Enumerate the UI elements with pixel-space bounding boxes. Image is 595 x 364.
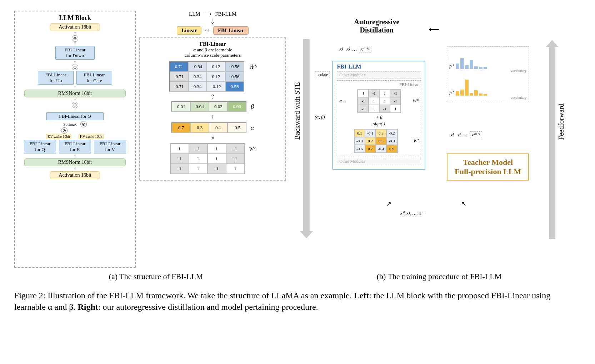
up-arrow-icon: ⇧	[143, 93, 282, 100]
backward-label: Backward with STE	[293, 82, 301, 140]
arrow-icon: ↑	[19, 60, 131, 64]
caption-right-text: : our autoregressive distillation and mo…	[98, 302, 318, 312]
fbillm-label: FBI-LLM	[215, 11, 236, 17]
bars-ps	[456, 51, 487, 69]
fbillm-box: FBI-LLM Other Modules FBI-Linear α × 1-1…	[332, 61, 425, 170]
caption-right-bold: Right	[78, 302, 98, 312]
wf-sym: Wᶠ	[413, 138, 419, 144]
matmul-icon: ⊗	[61, 127, 68, 134]
softmax-label: Softmax	[63, 122, 76, 126]
arrow-icon: ↑	[19, 154, 131, 158]
fbi-down: FBI-Linear for Down	[55, 46, 95, 60]
fbi-k: FBI-Linear for K	[59, 140, 91, 153]
vocab-2: vocabulary	[449, 96, 526, 100]
matrix-beta: 0.010.040.020.06	[171, 101, 246, 112]
caption-body: Illustration of the FBI-LLM framework. W…	[48, 291, 354, 300]
fbi-linear-inner: FBI-Linear α × 1-11-1-111-1-11-11 Wᵇ + β…	[337, 80, 421, 156]
fbillm-title: FBI-LLM	[337, 64, 421, 70]
rmsnorm-2: RMSNorm 16bit	[24, 158, 126, 166]
arrow-icon: ↑	[19, 85, 131, 89]
times-label: ×	[143, 135, 282, 142]
other-modules-2: Other Modules	[337, 158, 421, 165]
vocab-1: vocabulary	[449, 69, 526, 73]
kv-cache-1: KV cache 16bit	[46, 134, 71, 139]
arrow-icon: ↑	[19, 167, 131, 171]
top-sequence: x¹ x² … xᵐ⁺¹	[340, 46, 371, 52]
panel-b: Backward with STE Feedforward Autoregres…	[293, 11, 565, 268]
feedforward-label: Feedforward	[557, 103, 565, 140]
wtb-label: W̃ᵇ	[249, 64, 256, 70]
fbi-gate: FBI-Linear for Gate	[76, 71, 112, 85]
seq-dots: …	[352, 46, 357, 52]
wb-label: Wᵇ	[249, 146, 256, 152]
bseq-x1: x¹	[450, 132, 454, 137]
subcaption-b: (b) The training procedure of FBI-LLM	[298, 272, 581, 281]
fbi-up: FBI-Linear for Up	[38, 71, 74, 85]
plus-label: +	[143, 113, 282, 121]
llm-block-title: LLM Block	[19, 14, 131, 22]
arrow-icon: ↑	[19, 32, 131, 35]
rmsnorm-1: RMSNorm 16bit	[24, 90, 126, 97]
kv-cache-2: KV cache 16bit	[79, 134, 104, 139]
fbi-linear-box: FBI-Linear α and β are learnable column-…	[139, 37, 286, 181]
seq-x1: x¹	[340, 46, 343, 52]
linear-chip: Linear	[177, 26, 201, 35]
activation-bot: Activation 16bit	[50, 171, 100, 179]
llm-label: LLM	[189, 11, 200, 17]
down-arrow-icon: ⇩	[139, 19, 286, 25]
inputs-label: x⁰, x¹, …, xᵐ	[400, 211, 424, 216]
other-modules-1: Other Modules	[337, 71, 421, 79]
matrix-wb: 1-11-1-111-1-11-11	[170, 143, 245, 174]
bseq-x2: x²	[458, 132, 461, 137]
sub-captions: (a) The structure of FBI-LLM (b) The tra…	[14, 272, 581, 281]
plus-beta: + β	[376, 115, 382, 120]
sign-label: sign(·)	[339, 121, 419, 127]
pt-label: pᵀ	[449, 90, 454, 96]
beta-row: 0.010.040.020.06 β	[143, 100, 282, 113]
arrow-icon: ↑	[19, 98, 131, 102]
arrow-icon: ↑	[19, 42, 131, 45]
alpha-row: 0.70.30.1-0.5 α	[143, 121, 282, 135]
feedforward-arrow	[549, 46, 555, 239]
panel-a: LLM Block Activation 16bit ↑ ⊕ ↑ FBI-Lin…	[14, 11, 286, 268]
teacher-box: Teacher Model Full-precision LLM	[447, 153, 529, 181]
fbi-linear-label: FBI-Linear	[339, 82, 419, 87]
arrow-icon: ⟶	[204, 11, 211, 17]
wb-row: 1-11-1-111-1-11-11 Wᵇ	[143, 142, 282, 176]
matrix-wtb: 0.71-0.340.12-0.56-0.710.340.12-0.56-0.7…	[169, 61, 244, 92]
backward-arrow	[303, 39, 310, 232]
fbilinear-chip: FBI-Linear	[213, 26, 249, 35]
autoreg-title: Autoregressive Distillation	[354, 18, 399, 34]
bot-sequence: x¹ x² … xᵐ⁺¹	[450, 132, 482, 138]
llm-block: LLM Block Activation 16bit ↑ ⊕ ↑ FBI-Lin…	[14, 11, 136, 268]
teacher-l1: Teacher Model	[453, 158, 522, 167]
fbi-linear-title: FBI-Linear	[143, 41, 282, 47]
bseq-dots: …	[463, 132, 468, 137]
alpha-label: α	[251, 124, 254, 132]
seq-xm1: xᵐ⁺¹	[359, 46, 371, 52]
seq-x2: x²	[347, 46, 350, 52]
caption-prefix: Figure 2:	[14, 291, 48, 300]
update-label: update	[315, 71, 330, 78]
hadamard-icon: ⊙	[72, 64, 78, 70]
bseq-xm1: xᵐ⁺¹	[470, 131, 482, 138]
distribution-box: pˢ vocabulary pᵀ vocabulary	[447, 46, 529, 102]
arrow-icon: ↖	[461, 200, 466, 208]
beta-label: β	[251, 103, 254, 111]
arrow-icon: ⇨	[205, 27, 210, 34]
arrow-icon: ↑	[19, 108, 131, 112]
fbi-linear-detail: LLM ⟶ FBI-LLM ⇩ Linear ⇨ FBI-Linear FBI-…	[139, 11, 286, 268]
linear-to-fbilinear: Linear ⇨ FBI-Linear	[139, 26, 286, 35]
fbi-o: FBI-Linear for O	[46, 112, 104, 120]
alpha-times: α ×	[339, 98, 346, 104]
matrix-alpha: 0.70.30.1-0.5	[171, 122, 246, 133]
panel-b-inner: Backward with STE Feedforward Autoregres…	[293, 11, 565, 268]
matrix-wb-b: 1-11-1-111-1-11-11	[358, 89, 401, 113]
ps-label: pˢ	[449, 63, 454, 69]
bars-pt	[456, 78, 487, 96]
caption-left-bold: Left	[354, 291, 369, 300]
fbi-q: FBI-Linear for Q	[24, 140, 56, 153]
alpha-beta-pair: (α, β)	[315, 114, 325, 120]
arrow-icon: ↗	[386, 200, 391, 208]
main-caption: Figure 2: Illustration of the FBI-LLM fr…	[14, 290, 581, 313]
